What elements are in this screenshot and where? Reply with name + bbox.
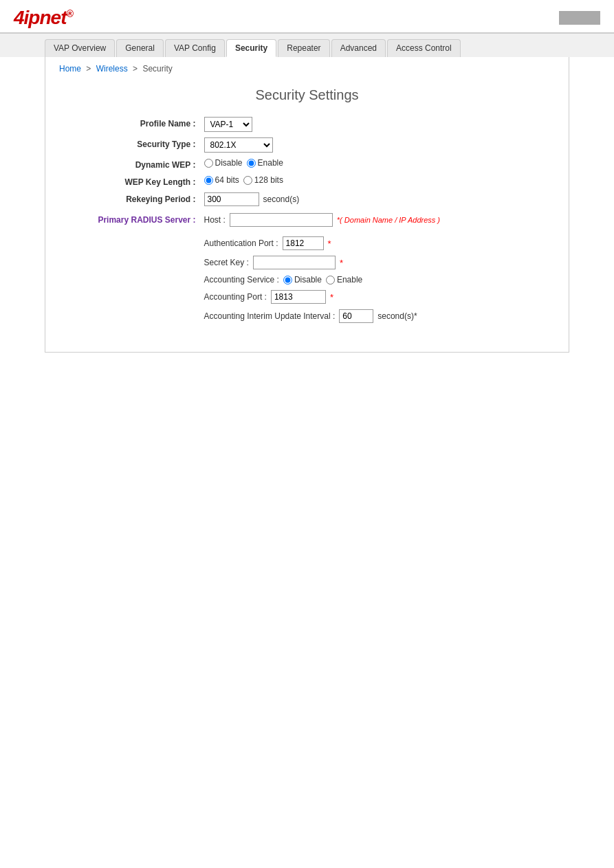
- secret-key-controls: Secret Key : *: [204, 256, 548, 269]
- auth-port-input[interactable]: [283, 236, 324, 250]
- wep-64-radio[interactable]: [204, 176, 213, 185]
- breadcrumb-sep1: >: [86, 64, 93, 74]
- accounting-port-required: *: [330, 292, 333, 302]
- accounting-port-controls: Accounting Port : *: [204, 290, 548, 304]
- secret-key-label: Secret Key :: [204, 258, 249, 267]
- tab-advanced[interactable]: Advanced: [331, 39, 386, 57]
- breadcrumb: Home > Wireless > Security: [59, 64, 555, 74]
- secret-key-required: *: [340, 258, 343, 268]
- profile-name-label: Profile Name :: [67, 117, 204, 129]
- security-type-row: Security Type : 802.1X WPA WPA2 None: [67, 137, 548, 153]
- accounting-service-controls: Accounting Service : Disable Enable: [204, 275, 548, 285]
- security-settings-form: Profile Name : VAP-1 VAP-2 Security Type…: [67, 117, 548, 323]
- tab-general[interactable]: General: [116, 39, 164, 57]
- main-content: Home > Wireless > Security Security Sett…: [45, 57, 569, 353]
- secret-key-input[interactable]: [253, 256, 336, 269]
- wep-64-radio-label[interactable]: 64 bits: [204, 175, 239, 185]
- wep-128-radio[interactable]: [243, 176, 252, 185]
- accounting-interval-label: Accounting Interim Update Interval :: [204, 311, 336, 321]
- auth-port-row: Authentication Port : *: [67, 236, 548, 250]
- tab-vap-overview[interactable]: VAP Overview: [45, 39, 115, 57]
- dynamic-wep-row: Dynamic WEP : Disable Enable: [67, 158, 548, 170]
- accounting-interval-suffix: second(s)*: [377, 311, 417, 321]
- accounting-service-label-spacer: [67, 275, 204, 277]
- wep-128-label-text: 128 bits: [254, 175, 283, 185]
- wep-64-label-text: 64 bits: [215, 175, 239, 185]
- rekey-period-row: Rekeying Period : second(s): [67, 192, 548, 206]
- accounting-port-input[interactable]: [271, 290, 326, 304]
- wep-128-radio-label[interactable]: 128 bits: [243, 175, 283, 185]
- security-type-controls: 802.1X WPA WPA2 None: [204, 137, 548, 153]
- rekey-period-label: Rekeying Period :: [67, 192, 204, 204]
- acct-enable-radio[interactable]: [326, 276, 335, 285]
- header: 4ipnet®: [0, 0, 614, 34]
- logo: 4ipnet®: [14, 7, 73, 29]
- accounting-port-row: Accounting Port : *: [67, 290, 548, 304]
- tab-vap-config[interactable]: VAP Config: [165, 39, 225, 57]
- auth-port-label-spacer: [67, 236, 204, 238]
- acct-enable-radio-label[interactable]: Enable: [326, 275, 362, 285]
- auth-port-label: Authentication Port :: [204, 238, 278, 248]
- secret-key-label-spacer: [67, 256, 204, 258]
- dynamic-wep-label: Dynamic WEP :: [67, 158, 204, 170]
- accounting-interval-row: Accounting Interim Update Interval : sec…: [67, 309, 548, 323]
- breadcrumb-sep2: >: [133, 64, 140, 74]
- accounting-interval-controls: Accounting Interim Update Interval : sec…: [204, 309, 548, 323]
- auth-port-controls: Authentication Port : *: [204, 236, 548, 250]
- host-hint: *( Domain Name / IP Address ): [337, 216, 440, 224]
- accounting-interval-label-spacer: [67, 309, 204, 311]
- acct-disable-radio-label[interactable]: Disable: [283, 275, 322, 285]
- tab-security[interactable]: Security: [226, 39, 276, 57]
- nav-tabs: VAP Overview General VAP Config Security…: [0, 34, 614, 57]
- dynamic-wep-controls: Disable Enable: [204, 158, 548, 168]
- logo-text: 4ipnet: [14, 7, 66, 28]
- auth-port-required: *: [328, 238, 331, 249]
- profile-name-controls: VAP-1 VAP-2: [204, 117, 548, 132]
- primary-radius-row: Primary RADIUS Server : Host : *( Domain…: [67, 213, 548, 231]
- profile-name-select[interactable]: VAP-1 VAP-2: [204, 117, 252, 132]
- profile-name-row: Profile Name : VAP-1 VAP-2: [67, 117, 548, 132]
- secret-key-row: Secret Key : *: [67, 256, 548, 269]
- header-right-block: [559, 11, 600, 25]
- breadcrumb-wireless[interactable]: Wireless: [96, 64, 128, 74]
- accounting-port-label-spacer: [67, 290, 204, 292]
- primary-radius-label: Primary RADIUS Server :: [67, 213, 204, 225]
- breadcrumb-home[interactable]: Home: [59, 64, 81, 74]
- rekey-period-input[interactable]: [204, 192, 259, 206]
- acct-disable-label: Disable: [294, 275, 322, 285]
- security-type-label: Security Type :: [67, 137, 204, 149]
- wep-key-length-label: WEP Key Length :: [67, 175, 204, 187]
- accounting-port-label: Accounting Port :: [204, 292, 267, 302]
- enable-radio-label[interactable]: Enable: [247, 158, 283, 168]
- disable-radio-label[interactable]: Disable: [204, 158, 243, 168]
- accounting-service-row: Accounting Service : Disable Enable: [67, 275, 548, 285]
- host-input[interactable]: [230, 213, 333, 227]
- host-label: Host :: [204, 215, 226, 225]
- logo-trademark: ®: [66, 8, 72, 19]
- page-title: Security Settings: [59, 87, 555, 103]
- rekey-period-controls: second(s): [204, 192, 548, 206]
- host-subrow: Host : *( Domain Name / IP Address ): [204, 213, 441, 227]
- tab-repeater[interactable]: Repeater: [278, 39, 329, 57]
- disable-label-text: Disable: [215, 158, 243, 168]
- dynamic-wep-enable-radio[interactable]: [247, 159, 256, 168]
- tab-access-control[interactable]: Access Control: [387, 39, 461, 57]
- acct-disable-radio[interactable]: [283, 276, 292, 285]
- wep-key-length-controls: 64 bits 128 bits: [204, 175, 548, 185]
- acct-enable-label: Enable: [337, 275, 362, 285]
- enable-label-text: Enable: [258, 158, 283, 168]
- accounting-interval-input[interactable]: [339, 309, 373, 323]
- accounting-service-label: Accounting Service :: [204, 275, 279, 285]
- dynamic-wep-disable-radio[interactable]: [204, 159, 213, 168]
- security-type-select[interactable]: 802.1X WPA WPA2 None: [204, 137, 273, 153]
- rekey-period-suffix: second(s): [263, 194, 300, 204]
- wep-key-length-row: WEP Key Length : 64 bits 128 bits: [67, 175, 548, 187]
- primary-radius-controls: Host : *( Domain Name / IP Address ): [204, 213, 548, 231]
- breadcrumb-current: Security: [142, 64, 172, 74]
